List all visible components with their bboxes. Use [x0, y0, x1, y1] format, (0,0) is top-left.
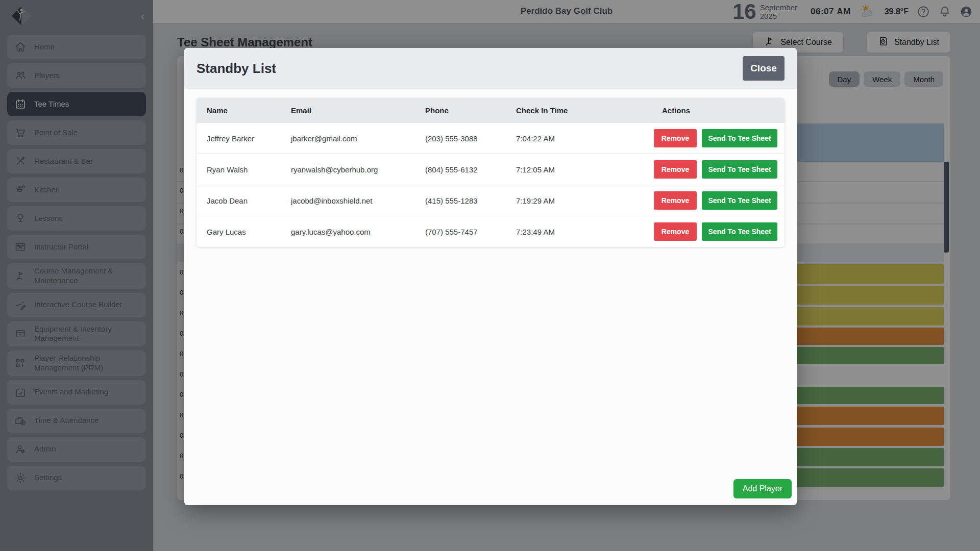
- column-header-email: Email: [281, 106, 415, 115]
- standby-row: Jeffrey Barkerjbarker@gmail.com(203) 555…: [197, 122, 785, 154]
- cell-phone: (415) 555-1283: [415, 196, 506, 205]
- cell-email: jacobd@inboxshield.net: [281, 196, 415, 205]
- modal-title: Standby List: [197, 61, 276, 77]
- table-header-row: NameEmailPhoneCheck In TimeActions: [197, 98, 785, 122]
- cell-name: Jacob Dean: [197, 196, 281, 205]
- cell-phone: (203) 555-3088: [415, 134, 506, 143]
- standby-row: Gary Lucasgary.lucas@yahoo.com(707) 555-…: [197, 216, 785, 247]
- standby-row: Jacob Deanjacobd@inboxshield.net(415) 55…: [197, 185, 785, 216]
- cell-name: Gary Lucas: [197, 228, 281, 236]
- cell-phone: (804) 555-6132: [415, 165, 506, 174]
- close-button[interactable]: Close: [743, 56, 785, 81]
- cell-name: Ryan Walsh: [197, 165, 281, 174]
- column-header-actions: Actions: [644, 106, 785, 115]
- column-header-phone: Phone: [415, 106, 506, 115]
- remove-button[interactable]: Remove: [654, 129, 697, 147]
- standby-list-modal: Standby List Close NameEmailPhoneCheck I…: [184, 48, 797, 505]
- modal-header: Standby List Close: [184, 48, 797, 89]
- cell-phone: (707) 555-7457: [415, 228, 506, 236]
- cell-email: ryanwalsh@cyberhub.org: [281, 165, 415, 174]
- cell-email: gary.lucas@yahoo.com: [281, 228, 415, 236]
- cell-check-in-time: 7:23:49 AM: [506, 228, 644, 236]
- send-to-tee-sheet-button[interactable]: Send To Tee Sheet: [702, 191, 777, 210]
- column-header-check-in-time: Check In Time: [506, 106, 644, 115]
- column-header-name: Name: [197, 106, 281, 115]
- cell-check-in-time: 7:12:05 AM: [506, 165, 644, 174]
- send-to-tee-sheet-button[interactable]: Send To Tee Sheet: [702, 129, 777, 147]
- standby-row: Ryan Walshryanwalsh@cyberhub.org(804) 55…: [197, 154, 785, 185]
- send-to-tee-sheet-button[interactable]: Send To Tee Sheet: [702, 222, 777, 241]
- standby-table: NameEmailPhoneCheck In TimeActions Jeffr…: [197, 98, 785, 247]
- remove-button[interactable]: Remove: [654, 191, 697, 210]
- remove-button[interactable]: Remove: [654, 222, 697, 241]
- cell-check-in-time: 7:04:22 AM: [506, 134, 644, 143]
- send-to-tee-sheet-button[interactable]: Send To Tee Sheet: [702, 160, 777, 179]
- remove-button[interactable]: Remove: [654, 160, 697, 179]
- cell-email: jbarker@gmail.com: [281, 134, 415, 143]
- cell-check-in-time: 7:19:29 AM: [506, 196, 644, 205]
- cell-name: Jeffrey Barker: [197, 134, 281, 143]
- add-player-button[interactable]: Add Player: [733, 479, 792, 498]
